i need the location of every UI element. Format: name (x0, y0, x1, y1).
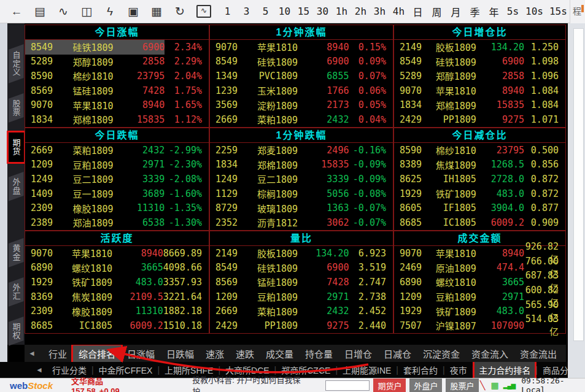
quick-search-input[interactable] (325, 380, 370, 391)
sidebar-tab-1[interactable]: 自定义 (9, 44, 24, 83)
rank-row[interactable]: 9070苹果181089400.15% (210, 40, 393, 55)
rank-row[interactable]: 8590棉纱1810237952.04% (25, 69, 209, 83)
save-icon[interactable]: ▦ (150, 4, 163, 18)
rank-row[interactable]: 2309橡胶1809113101882.18 (25, 304, 209, 318)
sidebar-tab-3[interactable]: 期货 (9, 133, 24, 162)
rank-row[interactable]: 1834郑棉1809158351.084 (394, 98, 565, 112)
mini-chart-icon[interactable]: ∿ (196, 5, 211, 18)
rank-tab-14[interactable]: 趋势度 (563, 345, 566, 362)
rank-row[interactable]: 9070苹果181089401.084 (394, 83, 565, 98)
rank-row[interactable]: 8685IC18056009.20.909 (394, 215, 565, 230)
sidebar-tab-2[interactable]: 股票 (9, 93, 24, 123)
period-button-3h[interactable]: 3h (373, 6, 386, 17)
exchange-tab-6[interactable]: 上期能源INE (338, 362, 395, 378)
rank-row[interactable]: 1249豆二18093339-0.09% (210, 172, 393, 186)
rank-row[interactable]: 1249豆二18093339-2.08% (25, 172, 209, 186)
quote-list-icon[interactable]: ▤ (33, 4, 47, 18)
rank-row[interactable]: 8549硅铁180969000.09% (210, 55, 393, 69)
rank-tab-3[interactable]: 日涨幅 (122, 345, 160, 362)
rank-row[interactable]: 1834郑棉1809158351.12% (25, 112, 209, 127)
rank-tab-9[interactable]: 日增仓 (339, 345, 378, 362)
period-button-10[interactable]: 10 (278, 6, 291, 17)
rank-row[interactable]: 8389焦煤18091268.50.856 (394, 158, 565, 172)
back-arrow-icon[interactable]: ← (10, 5, 23, 18)
rank-row[interactable]: 8590棉纱1810237950.500 (394, 143, 565, 158)
period-button-日[interactable]: 日 (411, 4, 424, 19)
rank-row[interactable]: 2429PP180992751.071 (394, 112, 565, 127)
rank-row[interactable]: 8569锰硅180974281.75% (25, 83, 209, 98)
rank-tab-7[interactable]: 成交量 (260, 345, 299, 362)
rank-tab-6[interactable]: 速跌 (230, 345, 260, 362)
rank-row[interactable]: 9070苹果181089401.65% (25, 98, 209, 112)
rank-row[interactable]: 8369焦炭18092109.53221.64 (25, 290, 209, 304)
right-scrollbar-thumb[interactable] (573, 28, 584, 341)
rank-tab-11[interactable]: 沉淀资金 (417, 345, 465, 362)
rank-row[interactable]: 3569淀粉180921730.05% (210, 98, 393, 112)
rank-row[interactable]: 2669菜粕180924322.452 (210, 304, 393, 318)
period-button-4h[interactable]: 4h (392, 6, 405, 17)
rank-tab-12[interactable]: 资金流入 (466, 345, 514, 362)
rank-row[interactable]: 2149胶板1809134.206.923 (210, 246, 393, 261)
tick-chart-icon[interactable]: ϟ (103, 5, 117, 18)
rank-row[interactable]: 8605IF18053904.00.877 (394, 201, 565, 215)
period-button-季[interactable]: 季 (468, 4, 481, 19)
education-tip[interactable]: 投教小科普: 开户时如何自我保护 (192, 374, 302, 392)
period-button-年[interactable]: 年 (487, 4, 500, 19)
sidebar-tab-6[interactable]: 外汇 (9, 277, 24, 307)
rank-row[interactable]: 1209豆粕180929712.738 (210, 290, 393, 304)
rank-row[interactable]: 1929铁矿1809483.00.872 (394, 186, 565, 201)
rank-row[interactable]: 9070苹果181089408669.89 (25, 246, 209, 261)
rank-row[interactable]: 5289郑醇180928581.096 (394, 69, 565, 83)
rank-row[interactable]: 8729玻璃18091363-0.07% (210, 201, 393, 215)
sidebar-tab-4[interactable]: 外盘 (9, 172, 24, 201)
rank-row[interactable]: 2389郑油18096538-1.30% (25, 215, 209, 230)
period-button-3[interactable]: 3 (240, 6, 253, 17)
line-chart-icon[interactable]: ∿ (56, 4, 70, 18)
period-button-1h[interactable]: 1h (335, 6, 348, 17)
order-panel-icon[interactable]: ▣ (126, 4, 140, 18)
rank-tab-8[interactable]: 持仓量 (300, 345, 338, 362)
rank-tab-2[interactable]: 综合排名 (73, 345, 121, 362)
keyboard-icon[interactable]: ▦ (491, 380, 499, 390)
rank-row[interactable]: 2669菜粕180924320.04% (210, 112, 393, 127)
rank-row[interactable]: 1929铁矿1809483.03357.93 (25, 275, 209, 290)
rank-row[interactable]: 6890螺纹181036654098.66 (25, 261, 209, 275)
account-button-1[interactable]: 期货户 (373, 379, 406, 392)
candlestick-icon[interactable]: ◫ (80, 4, 93, 18)
rank-tab-1[interactable]: 行业 (43, 345, 72, 362)
rank-row[interactable]: 2259郑麦18092496-0.16% (210, 143, 393, 158)
docked-panel-edge[interactable]: 程 (570, 0, 585, 23)
rank-row[interactable]: 2352沥青18123062-0.07% (210, 215, 393, 230)
rank-row[interactable]: 1409豆一18093689-1.60% (25, 186, 209, 201)
rank-row[interactable]: 2309橡胶180911310-1.35% (25, 201, 209, 215)
rank-row[interactable]: 1209豆粕18092971-2.30% (25, 158, 209, 172)
period-button-月[interactable]: 月 (449, 4, 462, 19)
rank-row[interactable]: 7507沪镍1807107090514.03亿 (394, 318, 565, 333)
rank-row[interactable]: 8549硅铁180969003.519 (210, 261, 393, 275)
rank-row[interactable]: 1834郑棉180915835-0.09% (210, 158, 393, 172)
period-button-15[interactable]: 15 (297, 6, 310, 17)
rank-row[interactable]: 1239玉米180917660.06% (210, 83, 393, 98)
rank-row[interactable]: 8549硅铁180969001.098 (394, 55, 565, 69)
exchange-tab-7[interactable]: 套利合约 (399, 362, 442, 378)
rank-row[interactable]: 5289郑醇180928582.29% (25, 55, 209, 69)
period-button-1[interactable]: 1 (221, 6, 234, 17)
rank-row[interactable]: 2669菜粕18092432-2.99% (25, 143, 209, 158)
rank-tab-4[interactable]: 日跌幅 (161, 345, 200, 362)
period-button-5[interactable]: 5 (259, 6, 272, 17)
period-button-2h[interactable]: 2h (354, 6, 367, 17)
rank-row[interactable]: 1349PVC180968550.07% (210, 69, 393, 83)
rank-tab-5[interactable]: 速涨 (200, 345, 230, 362)
period-button-周[interactable]: 周 (430, 4, 443, 19)
rank-tab-13[interactable]: 资金流出 (514, 345, 562, 362)
refresh-icon[interactable]: ↻ (173, 4, 187, 18)
period-button-5s[interactable]: 5s (506, 6, 519, 17)
account-button-2[interactable]: 外盘户 (409, 379, 442, 392)
account-button-3[interactable]: 股票户 (446, 379, 478, 392)
rank-tab-10[interactable]: 日减仓 (378, 345, 417, 362)
rank-row[interactable]: 8685IC18056009.21510.18 (25, 318, 209, 333)
sidebar-tab-5[interactable]: 黄金 (9, 238, 24, 267)
rank-row[interactable]: 2429PP180992752.440 (210, 318, 393, 333)
period-button-15s[interactable]: 15s (549, 6, 567, 17)
rank-row[interactable]: 8569锰硅180974282.747 (210, 275, 393, 290)
